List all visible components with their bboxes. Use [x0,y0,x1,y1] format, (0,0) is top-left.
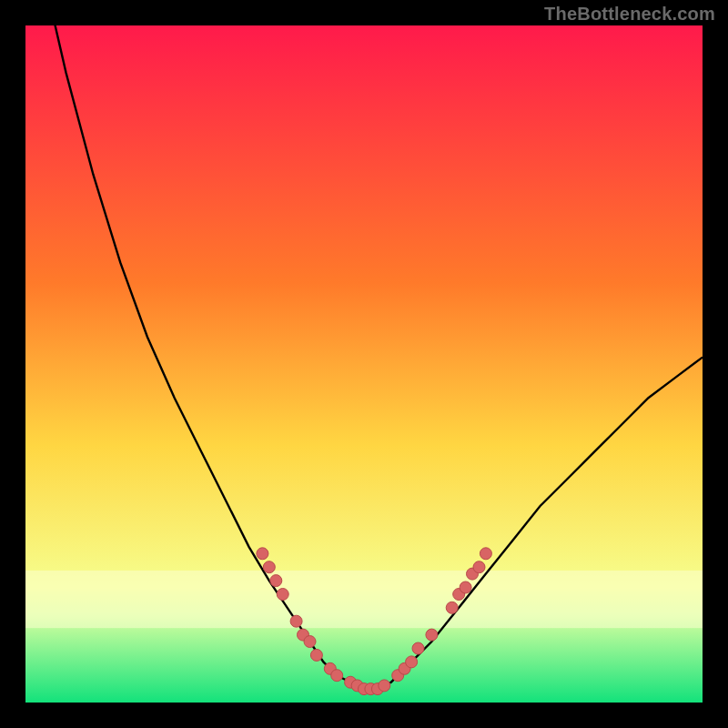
data-marker [379,680,390,692]
data-marker [331,670,343,682]
data-marker [426,629,438,641]
data-marker [290,615,302,627]
data-marker [310,649,322,661]
data-marker [263,561,275,573]
data-marker [304,636,316,648]
data-marker [257,548,268,560]
data-marker [460,581,471,593]
data-marker [480,548,491,560]
data-marker [412,642,424,654]
chart-frame: TheBottleneck.com [0,0,728,728]
plot-area [25,25,703,703]
watermark-text: TheBottleneck.com [544,4,715,25]
pale-yellow-band [25,571,703,628]
data-marker [277,589,288,601]
data-marker [406,656,418,668]
data-marker [270,575,282,587]
bottleneck-chart [25,25,703,703]
data-marker [473,561,485,573]
data-marker [446,602,458,613]
